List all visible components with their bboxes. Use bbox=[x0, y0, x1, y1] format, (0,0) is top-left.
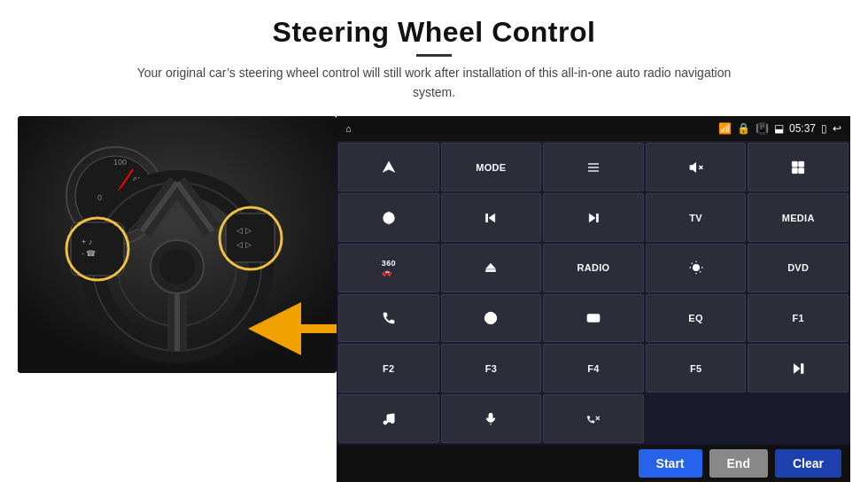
svg-point-48 bbox=[693, 265, 699, 271]
page-wrapper: Steering Wheel Control Your original car… bbox=[0, 0, 868, 482]
svg-rect-43 bbox=[486, 214, 488, 222]
svg-line-51 bbox=[691, 263, 692, 264]
svg-marker-59 bbox=[794, 363, 801, 373]
steering-wheel-image: 0 60 100 + ♪ - ☎ bbox=[18, 116, 337, 373]
svg-point-39 bbox=[386, 215, 391, 220]
btn-eq[interactable]: EQ bbox=[646, 294, 747, 343]
svg-rect-34 bbox=[793, 161, 798, 167]
svg-point-61 bbox=[384, 421, 387, 424]
btn-globe[interactable] bbox=[441, 294, 542, 343]
svg-text:0: 0 bbox=[97, 193, 102, 202]
btn-f3[interactable]: F3 bbox=[441, 344, 542, 393]
svg-marker-46 bbox=[486, 264, 496, 269]
svg-rect-21 bbox=[226, 214, 275, 262]
svg-text:◁  ▷: ◁ ▷ bbox=[236, 226, 252, 235]
svg-line-52 bbox=[700, 272, 701, 273]
btn-navigate[interactable] bbox=[338, 143, 439, 191]
btn-next[interactable] bbox=[543, 193, 644, 242]
wifi-icon: 📶 bbox=[718, 122, 732, 135]
btn-empty-1 bbox=[646, 394, 747, 443]
clear-button[interactable]: Clear bbox=[775, 449, 841, 478]
content-area: 0 60 100 + ♪ - ☎ bbox=[0, 107, 868, 482]
start-button[interactable]: Start bbox=[639, 449, 702, 478]
btn-rectangle[interactable] bbox=[543, 294, 644, 343]
svg-rect-45 bbox=[596, 214, 598, 222]
btn-f1[interactable]: F1 bbox=[748, 294, 849, 343]
svg-text:+  ♪: + ♪ bbox=[81, 237, 92, 246]
svg-point-17 bbox=[159, 249, 195, 284]
action-bar: Start End Clear bbox=[337, 445, 850, 482]
svg-text:-  ☎: - ☎ bbox=[81, 249, 97, 258]
end-button[interactable]: End bbox=[709, 449, 768, 478]
svg-marker-44 bbox=[589, 214, 595, 222]
btn-media[interactable]: MEDIA bbox=[748, 193, 849, 242]
btn-mic[interactable] bbox=[441, 394, 542, 443]
btn-f4[interactable]: F4 bbox=[543, 344, 644, 393]
btn-settings-circle[interactable] bbox=[338, 193, 439, 242]
svg-rect-18 bbox=[71, 222, 124, 276]
btn-360cam[interactable]: 360🚗 bbox=[338, 244, 439, 292]
btn-f5[interactable]: F5 bbox=[646, 344, 747, 393]
btn-phone[interactable] bbox=[338, 294, 439, 343]
status-bar: ⌂ 📶 🔒 📳 ⬓ 05:37 ▯ ↩ bbox=[337, 116, 850, 141]
btn-list[interactable] bbox=[543, 143, 644, 191]
svg-rect-47 bbox=[486, 270, 496, 272]
svg-point-62 bbox=[391, 419, 394, 423]
page-subtitle: Your original car’s steering wheel contr… bbox=[133, 64, 735, 102]
title-divider bbox=[416, 54, 452, 57]
svg-marker-31 bbox=[690, 163, 695, 171]
control-panel: ⌂ 📶 🔒 📳 ⬓ 05:37 ▯ ↩ M bbox=[337, 116, 850, 482]
status-left: ⌂ bbox=[345, 123, 352, 134]
page-title: Steering Wheel Control bbox=[35, 16, 833, 49]
bluetooth-icon: ⬓ bbox=[774, 122, 784, 135]
svg-rect-35 bbox=[799, 161, 804, 167]
lock-icon: 🔒 bbox=[737, 122, 750, 135]
svg-marker-42 bbox=[489, 214, 495, 222]
svg-rect-60 bbox=[802, 363, 804, 373]
svg-rect-37 bbox=[799, 167, 804, 173]
svg-text:◁  ▷: ◁ ▷ bbox=[236, 240, 252, 249]
svg-marker-27 bbox=[383, 161, 394, 172]
status-right: 📶 🔒 📳 ⬓ 05:37 ▯ ↩ bbox=[718, 122, 841, 135]
time-display: 05:37 bbox=[789, 122, 816, 135]
btn-radio[interactable]: RADIO bbox=[543, 244, 644, 292]
sim-icon: 📳 bbox=[756, 122, 769, 135]
svg-rect-58 bbox=[587, 315, 599, 322]
btn-empty-2 bbox=[748, 394, 849, 443]
back-icon: ↩ bbox=[833, 122, 841, 135]
btn-f2[interactable]: F2 bbox=[338, 344, 439, 393]
screen-icon: ▯ bbox=[821, 122, 827, 135]
button-grid: MODE bbox=[337, 141, 850, 445]
btn-brightness[interactable] bbox=[646, 244, 747, 292]
btn-grid-apps[interactable] bbox=[748, 143, 849, 191]
btn-phone-accept[interactable] bbox=[543, 394, 644, 443]
btn-playpause[interactable] bbox=[748, 344, 849, 393]
btn-tv[interactable]: TV bbox=[646, 193, 747, 242]
btn-eject[interactable] bbox=[441, 244, 542, 292]
btn-dvd[interactable]: DVD bbox=[748, 244, 849, 292]
btn-mode[interactable]: MODE bbox=[441, 143, 542, 191]
header-section: Steering Wheel Control Your original car… bbox=[0, 0, 868, 107]
svg-rect-36 bbox=[793, 167, 798, 173]
btn-music[interactable] bbox=[338, 394, 439, 443]
btn-mute[interactable] bbox=[646, 143, 747, 191]
home-icon: ⌂ bbox=[345, 123, 352, 134]
svg-text:100: 100 bbox=[113, 158, 127, 167]
btn-prev[interactable] bbox=[441, 193, 542, 242]
